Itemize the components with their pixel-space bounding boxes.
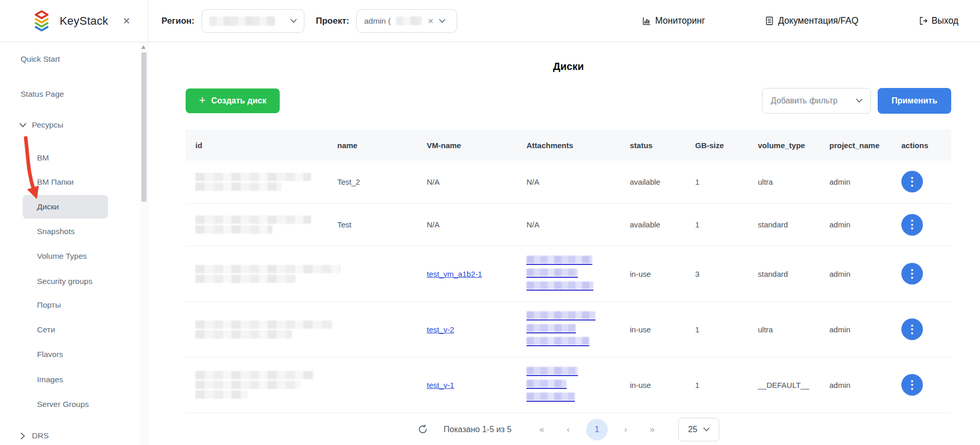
attachment-link-redacted[interactable] bbox=[527, 269, 578, 278]
context-selectors: Регион: Проект: admin ( ✕ bbox=[148, 9, 457, 33]
project-select[interactable]: admin ( ✕ bbox=[356, 9, 457, 33]
cell-gb-size: 3 bbox=[695, 246, 758, 301]
attachment-link-redacted[interactable] bbox=[527, 324, 576, 333]
cell-vm-name: N/A bbox=[427, 203, 527, 246]
topbar-brand-section: KeyStack ✕ bbox=[0, 0, 148, 42]
cell-attachments-redacted bbox=[527, 357, 630, 413]
attachment-link-redacted[interactable] bbox=[527, 337, 589, 346]
sidebar-item-security-groups[interactable]: Security groups bbox=[37, 275, 148, 288]
attachment-link-redacted[interactable] bbox=[527, 380, 567, 389]
cell-volume-type: __DEFAULT__ bbox=[758, 357, 829, 413]
project-value: admin ( bbox=[364, 16, 391, 26]
attachment-link-redacted[interactable] bbox=[527, 311, 595, 321]
sidebar-group-drs-label: DRS bbox=[32, 430, 49, 442]
cell-project-name: admin bbox=[829, 301, 901, 357]
cell-project-name: admin bbox=[829, 161, 901, 203]
attachment-link-redacted[interactable] bbox=[527, 281, 593, 291]
nav-docs[interactable]: Документация/FAQ bbox=[765, 15, 858, 26]
current-page-button[interactable]: 1 bbox=[586, 419, 608, 440]
cell-name bbox=[337, 301, 427, 357]
cell-status: in-use bbox=[630, 357, 695, 413]
cell-attachments-redacted bbox=[527, 246, 630, 301]
chevron-down-icon bbox=[703, 428, 710, 432]
sidebar: Quick Start Status Page Ресурсы ВМ ВМ Па… bbox=[0, 42, 148, 445]
sidebar-item-networks[interactable]: Сети bbox=[37, 324, 148, 336]
region-select[interactable] bbox=[202, 9, 304, 33]
attachment-link-redacted[interactable] bbox=[527, 393, 575, 402]
sidebar-item-flavors[interactable]: Flavors bbox=[37, 348, 148, 361]
cell-status: in-use bbox=[630, 301, 695, 357]
vm-link[interactable]: test_v-2 bbox=[427, 325, 454, 334]
row-actions-button[interactable] bbox=[901, 171, 923, 192]
filter-controls: Добавить фильтр Применить bbox=[762, 88, 951, 114]
row-actions-button[interactable] bbox=[901, 263, 923, 284]
cell-name bbox=[337, 246, 427, 301]
cell-gb-size: 1 bbox=[695, 357, 758, 413]
nav-logout[interactable]: Выход bbox=[918, 15, 958, 26]
row-actions-button[interactable] bbox=[901, 318, 923, 340]
first-page-icon[interactable]: « bbox=[528, 424, 555, 435]
col-gb-size: GB-size bbox=[695, 130, 758, 161]
sidebar-scrollbar[interactable] bbox=[140, 42, 147, 445]
sidebar-item-vm-folders[interactable]: ВМ Папки bbox=[37, 176, 148, 188]
apply-filter-button[interactable]: Применить bbox=[878, 88, 951, 114]
project-label: Проект: bbox=[316, 16, 349, 26]
cell-id-redacted bbox=[186, 357, 337, 413]
table-row: test_vm_a1b2-1 in-use 3 standard admin bbox=[186, 246, 951, 301]
chevron-down-icon bbox=[20, 122, 26, 129]
next-page-icon[interactable]: › bbox=[613, 424, 639, 435]
attachment-link-redacted[interactable] bbox=[527, 367, 578, 376]
vm-link[interactable]: test_v-1 bbox=[427, 381, 454, 389]
cell-status: available bbox=[630, 203, 695, 246]
project-clear-icon[interactable]: ✕ bbox=[428, 17, 434, 25]
main-content: Диски + Создать диск Добавить фильтр При… bbox=[148, 42, 980, 445]
sidebar-item-status-page[interactable]: Status Page bbox=[21, 88, 148, 100]
col-status: status bbox=[630, 130, 695, 161]
refresh-button[interactable] bbox=[418, 424, 428, 435]
chevron-down-icon bbox=[291, 19, 297, 23]
cell-project-name: admin bbox=[829, 246, 901, 301]
sidebar-group-drs[interactable]: DRS bbox=[20, 430, 148, 442]
sidebar-item-ports[interactable]: Порты bbox=[37, 299, 148, 311]
sidebar-item-disks-active[interactable]: Диски bbox=[23, 195, 108, 219]
sidebar-item-images[interactable]: Images bbox=[37, 373, 148, 386]
table-row: test_v-2 in-use 1 ultra admin bbox=[186, 301, 951, 357]
cell-gb-size: 1 bbox=[695, 161, 758, 203]
topbar-nav: Мониторинг Документация/FAQ Выход bbox=[642, 15, 980, 26]
nav-monitoring[interactable]: Мониторинг bbox=[642, 15, 705, 26]
row-actions-button[interactable] bbox=[901, 214, 923, 236]
table-header: id name VM-name Attachments status GB-si… bbox=[186, 130, 951, 161]
attachment-link-redacted[interactable] bbox=[527, 256, 592, 265]
create-disk-label: Создать диск bbox=[211, 96, 266, 105]
prev-page-icon[interactable]: ‹ bbox=[555, 424, 581, 435]
sidebar-close-icon[interactable]: ✕ bbox=[123, 15, 131, 27]
scrollbar-thumb[interactable] bbox=[141, 52, 147, 202]
cell-project-name: admin bbox=[829, 203, 901, 246]
sidebar-group-resources[interactable]: Ресурсы bbox=[20, 119, 148, 131]
logout-icon bbox=[918, 16, 928, 26]
page-size-select[interactable]: 25 bbox=[678, 418, 719, 441]
refresh-icon bbox=[418, 424, 428, 435]
col-project-name: project_name bbox=[829, 130, 901, 161]
add-filter-select[interactable]: Добавить фильтр bbox=[762, 88, 871, 114]
sidebar-item-volume-types[interactable]: Volume Types bbox=[37, 250, 148, 262]
sidebar-item-quick-start[interactable]: Quick Start bbox=[21, 53, 148, 65]
sidebar-item-vm[interactable]: ВМ bbox=[37, 152, 148, 164]
nav-docs-label: Документация/FAQ bbox=[778, 15, 858, 26]
col-id: id bbox=[186, 130, 337, 161]
chevron-right-icon bbox=[20, 433, 26, 439]
sidebar-item-server-groups[interactable]: Server Groups bbox=[37, 398, 148, 411]
sidebar-item-snapshots[interactable]: Snapshots bbox=[37, 225, 148, 238]
cell-volume-type: standard bbox=[758, 203, 829, 246]
toolbar: + Создать диск Добавить фильтр Применить bbox=[186, 88, 951, 114]
cell-id-redacted bbox=[186, 161, 337, 203]
last-page-icon[interactable]: » bbox=[639, 424, 666, 435]
vm-link[interactable]: test_vm_a1b2-1 bbox=[427, 270, 482, 278]
cell-name bbox=[337, 357, 427, 413]
table-row: Test N/A N/A available 1 standard admin bbox=[186, 203, 951, 246]
create-disk-button[interactable]: + Создать диск bbox=[186, 88, 280, 113]
cell-id-redacted bbox=[186, 246, 337, 301]
row-actions-button[interactable] bbox=[901, 374, 923, 396]
scrollbar-up-arrow[interactable] bbox=[141, 45, 146, 49]
cell-volume-type: standard bbox=[758, 246, 829, 301]
